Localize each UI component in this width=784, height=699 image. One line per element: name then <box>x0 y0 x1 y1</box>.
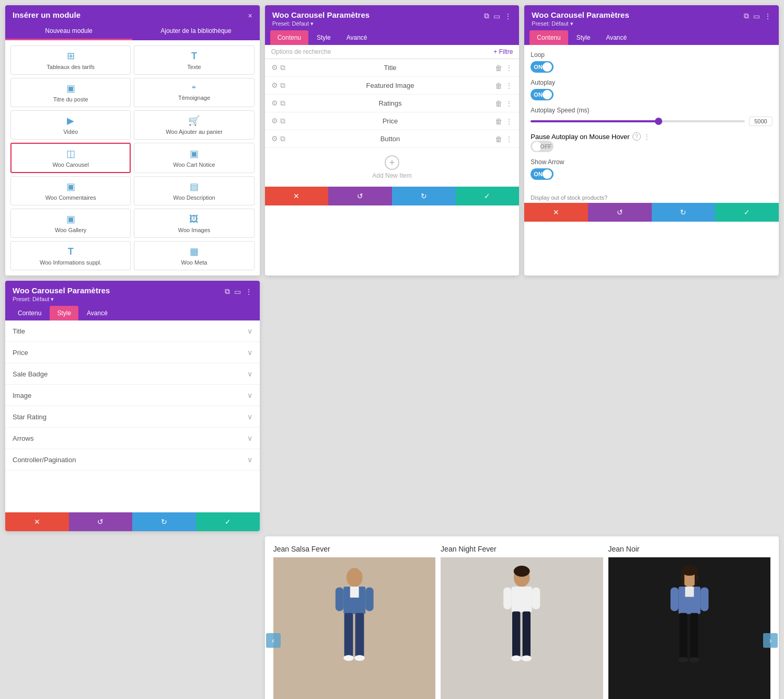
chevron-arrows: ∨ <box>247 434 252 442</box>
add-new-item[interactable]: + Add New Item <box>265 148 520 187</box>
expand-icon-3[interactable]: ▭ <box>753 12 760 20</box>
settings-icon[interactable]: ⚙ <box>271 63 278 72</box>
more-icon-3[interactable]: ⋮ <box>764 12 771 20</box>
more-icon-button[interactable]: ⋮ <box>505 135 513 143</box>
svg-rect-24 <box>670 587 678 611</box>
style-row-arrows[interactable]: Arrows ∨ <box>5 428 260 449</box>
redo-button-4[interactable]: ↻ <box>132 512 196 531</box>
chevron-sale: ∨ <box>247 370 252 378</box>
reset-button-2[interactable]: ↺ <box>328 187 392 205</box>
confirm-button-4[interactable]: ✓ <box>196 512 260 531</box>
module-woo-meta[interactable]: ▦ Woo Meta <box>134 241 254 270</box>
more-icon-featured[interactable]: ⋮ <box>505 82 513 90</box>
module-titre[interactable]: ▣ Titre du poste <box>10 78 131 107</box>
row-actions-button: 🗑 ⋮ <box>495 135 513 143</box>
carousel-next-button[interactable]: › <box>763 633 778 648</box>
style-row-title[interactable]: Title ∨ <box>5 320 260 342</box>
copy-icon-button[interactable]: ⧉ <box>280 134 285 143</box>
module-woo-commentaires[interactable]: ▣ Woo Commentaires <box>10 176 131 205</box>
autoplay-speed-thumb[interactable] <box>655 118 662 125</box>
panel2-preset[interactable]: Preset: Défaut ▾ <box>272 20 370 27</box>
more-icon-ratings[interactable]: ⋮ <box>505 99 513 108</box>
more-icon[interactable]: ⋮ <box>504 12 512 20</box>
module-woo-description[interactable]: ▤ Woo Description <box>134 176 254 205</box>
svg-point-16 <box>511 656 522 661</box>
more-icon-4[interactable]: ⋮ <box>245 288 252 296</box>
panel4-preset[interactable]: Preset: Défaut ▾ <box>13 296 110 303</box>
tab-style-4[interactable]: Style <box>50 306 78 320</box>
style-row-sale-badge[interactable]: Sale Badge ∨ <box>5 363 260 385</box>
style-row-image[interactable]: Image ∨ <box>5 385 260 406</box>
delete-icon-title[interactable]: 🗑 <box>495 64 502 72</box>
settings-icon-price[interactable]: ⚙ <box>271 117 278 125</box>
module-video[interactable]: ▶ Vidéo <box>10 110 131 140</box>
redo-button-2[interactable]: ↻ <box>392 187 456 205</box>
style-row-star-rating[interactable]: Star Rating ∨ <box>5 406 260 428</box>
confirm-button-3[interactable]: ✓ <box>715 203 779 222</box>
tableaux-icon: ⊞ <box>67 50 75 62</box>
copy-icon[interactable]: ⧉ <box>484 12 489 20</box>
module-woo-carousel[interactable]: ◫ Woo Carousel <box>10 143 131 173</box>
carousel-item-2-title: Jean Night Fever <box>441 545 497 553</box>
cancel-button-4[interactable]: ✕ <box>5 512 69 531</box>
tab-contenu-4[interactable]: Contenu <box>10 306 49 320</box>
confirm-button-2[interactable]: ✓ <box>456 187 520 205</box>
search-placeholder[interactable]: Options de recherche <box>271 48 331 55</box>
style-row-pagination[interactable]: Controller/Pagination ∨ <box>5 449 260 471</box>
tab-avance-3[interactable]: Avancé <box>598 30 634 45</box>
redo-button-3[interactable]: ↻ <box>652 203 716 222</box>
more-row-icon-title[interactable]: ⋮ <box>505 64 513 72</box>
carousel-prev-button[interactable]: ‹ <box>266 633 281 648</box>
tab-style-3[interactable]: Style <box>569 30 598 45</box>
copy-icon-4[interactable]: ⧉ <box>225 287 230 296</box>
module-woo-ajouter[interactable]: 🛒 Woo Ajouter au panier <box>134 110 254 140</box>
style-panel: Woo Carousel Paramètres Preset: Défaut ▾… <box>5 281 260 531</box>
cancel-button-2[interactable]: ✕ <box>265 187 329 205</box>
copy-icon-ratings[interactable]: ⧉ <box>280 99 285 108</box>
settings-icon-ratings[interactable]: ⚙ <box>271 99 278 108</box>
tab-style-2[interactable]: Style <box>309 30 338 45</box>
help-icon[interactable]: ? <box>632 132 641 141</box>
module-texte[interactable]: T Texte <box>134 45 254 75</box>
reset-button-4[interactable]: ↺ <box>69 512 133 531</box>
settings-icon-button[interactable]: ⚙ <box>271 134 278 143</box>
arrow-toggle[interactable]: ON <box>531 168 554 180</box>
autoplay-toggle[interactable]: ON <box>531 89 554 100</box>
tab-contenu-3[interactable]: Contenu <box>529 30 568 45</box>
reset-button-3[interactable]: ↺ <box>588 203 652 222</box>
loop-toggle[interactable]: ON <box>531 61 554 73</box>
settings-icon-featured[interactable]: ⚙ <box>271 81 278 90</box>
module-woo-gallery[interactable]: ▣ Woo Gallery <box>10 209 131 238</box>
row-icons-title: ⚙ ⧉ <box>271 63 285 72</box>
more-icon-price[interactable]: ⋮ <box>505 117 513 125</box>
tab-avance-2[interactable]: Avancé <box>339 30 375 45</box>
module-tableaux[interactable]: ⊞ Tableaux des tarifs <box>10 45 131 75</box>
copy-row-icon[interactable]: ⧉ <box>280 63 285 72</box>
copy-icon-3[interactable]: ⧉ <box>744 12 749 20</box>
pause-toggle[interactable]: OFF <box>531 141 554 152</box>
tab-contenu-2[interactable]: Contenu <box>270 30 308 45</box>
style-label-price: Price <box>13 349 28 357</box>
expand-icon-4[interactable]: ▭ <box>234 288 241 296</box>
delete-icon-ratings[interactable]: 🗑 <box>495 99 502 108</box>
module-woo-images[interactable]: 🖼 Woo Images <box>134 209 254 238</box>
autoplay-speed-value[interactable]: 5000 <box>749 117 773 126</box>
tab-bibliotheque[interactable]: Ajouter de la bibliothèque <box>132 23 259 40</box>
delete-icon-price[interactable]: 🗑 <box>495 117 502 125</box>
panel3-preset[interactable]: Preset: Défaut ▾ <box>532 20 629 27</box>
delete-icon-button[interactable]: 🗑 <box>495 135 502 143</box>
style-row-price[interactable]: Price ∨ <box>5 342 260 363</box>
module-woo-cart[interactable]: ▣ Woo Cart Notice <box>134 143 254 173</box>
module-woo-infos[interactable]: T Woo Informations suppl. <box>10 241 131 270</box>
close-icon[interactable]: × <box>248 12 252 20</box>
filter-button[interactable]: + Filtre <box>493 48 513 55</box>
cancel-button-3[interactable]: ✕ <box>524 203 588 222</box>
module-temoignage[interactable]: ❝ Témoignage <box>134 78 254 107</box>
copy-icon-featured[interactable]: ⧉ <box>280 81 285 90</box>
tab-avance-4[interactable]: Avancé <box>79 306 115 320</box>
tab-nouveau-module[interactable]: Nouveau module <box>5 23 132 40</box>
expand-icon[interactable]: ▭ <box>493 12 500 20</box>
copy-icon-price[interactable]: ⧉ <box>280 117 285 125</box>
delete-icon-featured[interactable]: 🗑 <box>495 82 502 90</box>
more-settings-icon[interactable]: ⋮ <box>643 133 650 141</box>
